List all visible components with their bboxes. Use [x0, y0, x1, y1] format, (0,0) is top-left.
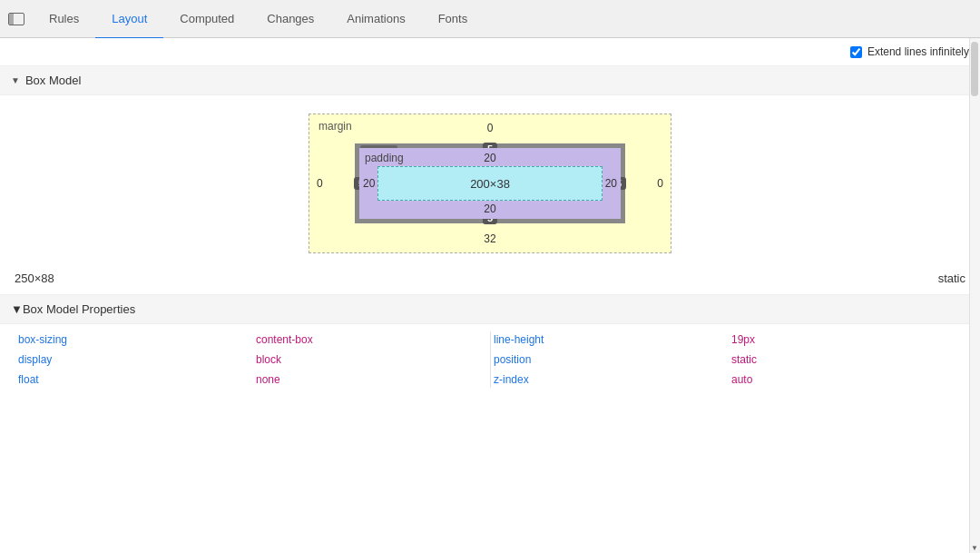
- prop-value-float: none: [252, 371, 490, 388]
- padding-bottom-value: 20: [484, 202, 495, 215]
- tab-animations[interactable]: Animations: [330, 1, 421, 39]
- extend-lines-row: Extend lines infinitely: [0, 38, 980, 66]
- box-model-arrow-icon: ▼: [11, 75, 20, 85]
- prop-value-position: static: [728, 351, 965, 368]
- margin-bottom-value: 32: [484, 232, 495, 245]
- prop-name-z-index: z-index: [490, 371, 728, 388]
- padding-label: padding: [365, 152, 404, 164]
- prop-name-position: position: [490, 351, 728, 368]
- scrollbar-down-button[interactable]: ▼: [969, 542, 980, 553]
- margin-right-value: 0: [657, 177, 663, 190]
- margin-label: margin: [318, 120, 352, 133]
- tab-computed[interactable]: Computed: [163, 1, 250, 39]
- margin-left-value: 0: [317, 177, 323, 190]
- extend-lines-label[interactable]: Extend lines infinitely: [850, 45, 969, 58]
- prop-name-box-sizing: box-sizing: [15, 331, 252, 348]
- content-dimensions: 200×38: [470, 177, 510, 191]
- prop-value-line-height: 19px: [728, 331, 965, 348]
- padding-left-value: 20: [363, 177, 375, 190]
- main-content: Extend lines infinitely ▼ Box Model marg…: [0, 38, 980, 553]
- tab-layout[interactable]: Layout: [95, 1, 163, 39]
- margin-box: margin 0 32 0 0 border 5 5 5 5 padding 2…: [309, 114, 671, 253]
- extend-lines-checkbox[interactable]: [850, 46, 862, 58]
- content-box: 200×38: [377, 166, 603, 201]
- element-position: static: [938, 272, 965, 285]
- tab-fonts[interactable]: Fonts: [422, 1, 485, 39]
- box-model-props-arrow-icon: ▼: [11, 302, 23, 316]
- box-model-props-section-header[interactable]: ▼ Box Model Properties: [0, 295, 980, 324]
- padding-top-value: 20: [484, 152, 495, 164]
- prop-name-display: display: [15, 351, 252, 368]
- tab-bar: Rules Layout Computed Changes Animations…: [0, 0, 980, 38]
- prop-value-z-index: auto: [728, 371, 965, 388]
- box-model-diagram: margin 0 32 0 0 border 5 5 5 5 padding 2…: [0, 95, 980, 262]
- prop-value-box-sizing: content-box: [252, 331, 490, 348]
- dimension-row: 250×88 static: [0, 262, 980, 295]
- svg-rect-2: [9, 14, 13, 25]
- prop-name-float: float: [15, 371, 252, 388]
- box-model-section-header[interactable]: ▼ Box Model: [0, 66, 980, 95]
- element-dimensions: 250×88: [15, 272, 54, 285]
- prop-name-line-height: line-height: [490, 331, 728, 348]
- margin-top-value: 0: [487, 122, 494, 134]
- prop-value-display: block: [252, 351, 490, 368]
- scrollbar-thumb[interactable]: [971, 42, 978, 96]
- properties-grid: box-sizing content-box line-height 19px …: [0, 324, 980, 395]
- border-box: border 5 5 5 5 padding 20 20 20 20 200×3…: [355, 143, 625, 223]
- scrollbar[interactable]: ▲ ▼: [969, 38, 980, 553]
- tab-changes[interactable]: Changes: [250, 1, 330, 39]
- padding-right-value: 20: [605, 177, 617, 190]
- tab-rules[interactable]: Rules: [33, 1, 95, 39]
- panel-toggle-icon[interactable]: [4, 6, 29, 32]
- padding-box: padding 20 20 20 20 200×38: [359, 148, 621, 219]
